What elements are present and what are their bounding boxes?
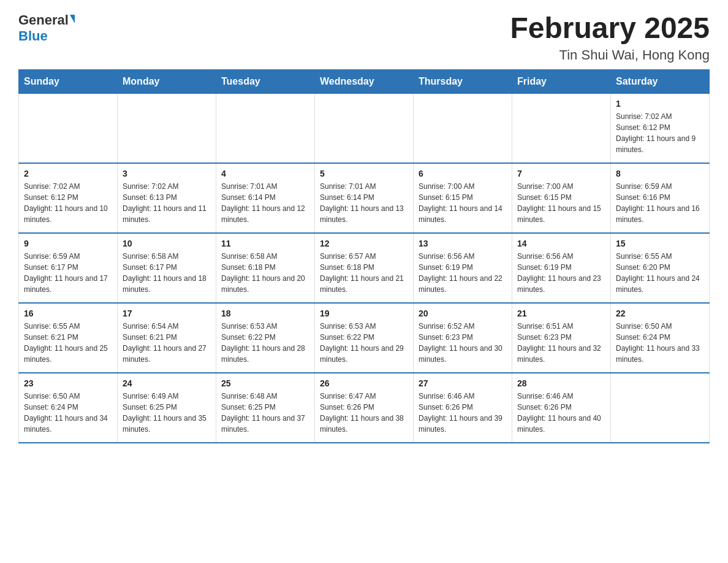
logo-triangle-icon xyxy=(70,15,75,23)
day-cell: 27Sunrise: 6:46 AMSunset: 6:26 PMDayligh… xyxy=(414,373,512,443)
day-cell: 25Sunrise: 6:48 AMSunset: 6:25 PMDayligh… xyxy=(216,373,315,443)
day-info: Sunrise: 6:58 AMSunset: 6:18 PMDaylight:… xyxy=(221,251,309,295)
day-cell: 2Sunrise: 7:02 AMSunset: 6:12 PMDaylight… xyxy=(19,163,118,233)
day-number: 25 xyxy=(221,378,309,388)
day-cell: 6Sunrise: 7:00 AMSunset: 6:15 PMDaylight… xyxy=(414,163,512,233)
day-info: Sunrise: 7:00 AMSunset: 6:15 PMDaylight:… xyxy=(517,181,605,225)
weekday-header-tuesday: Tuesday xyxy=(216,69,315,93)
week-row-3: 9Sunrise: 6:59 AMSunset: 6:17 PMDaylight… xyxy=(19,233,710,303)
day-number: 5 xyxy=(320,169,408,178)
day-cell xyxy=(414,93,512,163)
logo: General Blue xyxy=(18,12,75,44)
day-number: 9 xyxy=(24,239,112,248)
day-info: Sunrise: 6:48 AMSunset: 6:25 PMDaylight:… xyxy=(221,391,309,435)
page-header: General Blue February 2025 Tin Shui Wai,… xyxy=(18,12,710,63)
day-number: 23 xyxy=(24,378,112,388)
day-info: Sunrise: 7:01 AMSunset: 6:14 PMDaylight:… xyxy=(320,181,408,225)
day-number: 7 xyxy=(517,169,605,178)
day-cell: 20Sunrise: 6:52 AMSunset: 6:23 PMDayligh… xyxy=(414,303,512,373)
calendar-subtitle: Tin Shui Wai, Hong Kong xyxy=(510,47,710,63)
day-cell xyxy=(611,373,710,443)
weekday-header-monday: Monday xyxy=(118,69,216,93)
day-cell xyxy=(512,93,611,163)
day-number: 16 xyxy=(24,308,112,318)
day-info: Sunrise: 6:59 AMSunset: 6:16 PMDaylight:… xyxy=(616,181,704,225)
calendar-table: SundayMondayTuesdayWednesdayThursdayFrid… xyxy=(18,69,710,443)
day-cell: 24Sunrise: 6:49 AMSunset: 6:25 PMDayligh… xyxy=(118,373,216,443)
day-cell: 4Sunrise: 7:01 AMSunset: 6:14 PMDaylight… xyxy=(216,163,315,233)
day-number: 20 xyxy=(419,308,507,318)
logo-general-text: General xyxy=(18,12,69,28)
weekday-header-saturday: Saturday xyxy=(611,69,710,93)
day-cell: 12Sunrise: 6:57 AMSunset: 6:18 PMDayligh… xyxy=(315,233,414,303)
week-row-4: 16Sunrise: 6:55 AMSunset: 6:21 PMDayligh… xyxy=(19,303,710,373)
day-number: 24 xyxy=(123,378,211,388)
day-cell: 26Sunrise: 6:47 AMSunset: 6:26 PMDayligh… xyxy=(315,373,414,443)
day-cell: 1Sunrise: 7:02 AMSunset: 6:12 PMDaylight… xyxy=(611,93,710,163)
day-cell: 23Sunrise: 6:50 AMSunset: 6:24 PMDayligh… xyxy=(19,373,118,443)
day-info: Sunrise: 6:51 AMSunset: 6:23 PMDaylight:… xyxy=(517,321,605,365)
weekday-header-sunday: Sunday xyxy=(19,69,118,93)
day-cell: 5Sunrise: 7:01 AMSunset: 6:14 PMDaylight… xyxy=(315,163,414,233)
logo-blue-text: Blue xyxy=(18,28,48,44)
day-info: Sunrise: 6:55 AMSunset: 6:21 PMDaylight:… xyxy=(24,321,112,365)
week-row-2: 2Sunrise: 7:02 AMSunset: 6:12 PMDaylight… xyxy=(19,163,710,233)
day-number: 21 xyxy=(517,308,605,318)
day-cell xyxy=(118,93,216,163)
day-number: 11 xyxy=(221,239,309,248)
weekday-header-row: SundayMondayTuesdayWednesdayThursdayFrid… xyxy=(19,69,710,93)
day-number: 17 xyxy=(123,308,211,318)
day-cell: 9Sunrise: 6:59 AMSunset: 6:17 PMDaylight… xyxy=(19,233,118,303)
day-number: 6 xyxy=(419,169,507,178)
day-number: 12 xyxy=(320,239,408,248)
day-number: 18 xyxy=(221,308,309,318)
day-info: Sunrise: 6:46 AMSunset: 6:26 PMDaylight:… xyxy=(517,391,605,435)
day-cell: 17Sunrise: 6:54 AMSunset: 6:21 PMDayligh… xyxy=(118,303,216,373)
day-cell: 13Sunrise: 6:56 AMSunset: 6:19 PMDayligh… xyxy=(414,233,512,303)
day-info: Sunrise: 7:02 AMSunset: 6:12 PMDaylight:… xyxy=(24,181,112,225)
day-info: Sunrise: 6:56 AMSunset: 6:19 PMDaylight:… xyxy=(517,251,605,295)
day-cell: 11Sunrise: 6:58 AMSunset: 6:18 PMDayligh… xyxy=(216,233,315,303)
day-cell: 8Sunrise: 6:59 AMSunset: 6:16 PMDaylight… xyxy=(611,163,710,233)
day-cell xyxy=(315,93,414,163)
day-cell xyxy=(216,93,315,163)
day-cell xyxy=(19,93,118,163)
day-info: Sunrise: 6:49 AMSunset: 6:25 PMDaylight:… xyxy=(123,391,211,435)
title-section: February 2025 Tin Shui Wai, Hong Kong xyxy=(510,12,710,63)
weekday-header-wednesday: Wednesday xyxy=(315,69,414,93)
day-number: 26 xyxy=(320,378,408,388)
day-info: Sunrise: 6:46 AMSunset: 6:26 PMDaylight:… xyxy=(419,391,507,435)
day-number: 22 xyxy=(616,308,704,318)
weekday-header-friday: Friday xyxy=(512,69,611,93)
day-info: Sunrise: 6:50 AMSunset: 6:24 PMDaylight:… xyxy=(24,391,112,435)
day-cell: 16Sunrise: 6:55 AMSunset: 6:21 PMDayligh… xyxy=(19,303,118,373)
day-info: Sunrise: 6:59 AMSunset: 6:17 PMDaylight:… xyxy=(24,251,112,295)
day-number: 2 xyxy=(24,169,112,178)
day-cell: 19Sunrise: 6:53 AMSunset: 6:22 PMDayligh… xyxy=(315,303,414,373)
day-info: Sunrise: 6:53 AMSunset: 6:22 PMDaylight:… xyxy=(320,321,408,365)
day-cell: 28Sunrise: 6:46 AMSunset: 6:26 PMDayligh… xyxy=(512,373,611,443)
day-info: Sunrise: 6:58 AMSunset: 6:17 PMDaylight:… xyxy=(123,251,211,295)
day-cell: 22Sunrise: 6:50 AMSunset: 6:24 PMDayligh… xyxy=(611,303,710,373)
day-number: 3 xyxy=(123,169,211,178)
day-number: 13 xyxy=(419,239,507,248)
day-number: 8 xyxy=(616,169,704,178)
day-info: Sunrise: 7:02 AMSunset: 6:12 PMDaylight:… xyxy=(616,111,704,155)
day-number: 14 xyxy=(517,239,605,248)
day-info: Sunrise: 6:47 AMSunset: 6:26 PMDaylight:… xyxy=(320,391,408,435)
day-cell: 18Sunrise: 6:53 AMSunset: 6:22 PMDayligh… xyxy=(216,303,315,373)
day-cell: 14Sunrise: 6:56 AMSunset: 6:19 PMDayligh… xyxy=(512,233,611,303)
day-cell: 10Sunrise: 6:58 AMSunset: 6:17 PMDayligh… xyxy=(118,233,216,303)
day-number: 27 xyxy=(419,378,507,388)
day-info: Sunrise: 7:02 AMSunset: 6:13 PMDaylight:… xyxy=(123,181,211,225)
day-number: 15 xyxy=(616,239,704,248)
day-number: 4 xyxy=(221,169,309,178)
day-info: Sunrise: 6:54 AMSunset: 6:21 PMDaylight:… xyxy=(123,321,211,365)
day-info: Sunrise: 6:57 AMSunset: 6:18 PMDaylight:… xyxy=(320,251,408,295)
day-number: 10 xyxy=(123,239,211,248)
weekday-header-thursday: Thursday xyxy=(414,69,512,93)
day-info: Sunrise: 6:53 AMSunset: 6:22 PMDaylight:… xyxy=(221,321,309,365)
day-cell: 21Sunrise: 6:51 AMSunset: 6:23 PMDayligh… xyxy=(512,303,611,373)
calendar-title: February 2025 xyxy=(510,12,710,45)
day-info: Sunrise: 6:56 AMSunset: 6:19 PMDaylight:… xyxy=(419,251,507,295)
